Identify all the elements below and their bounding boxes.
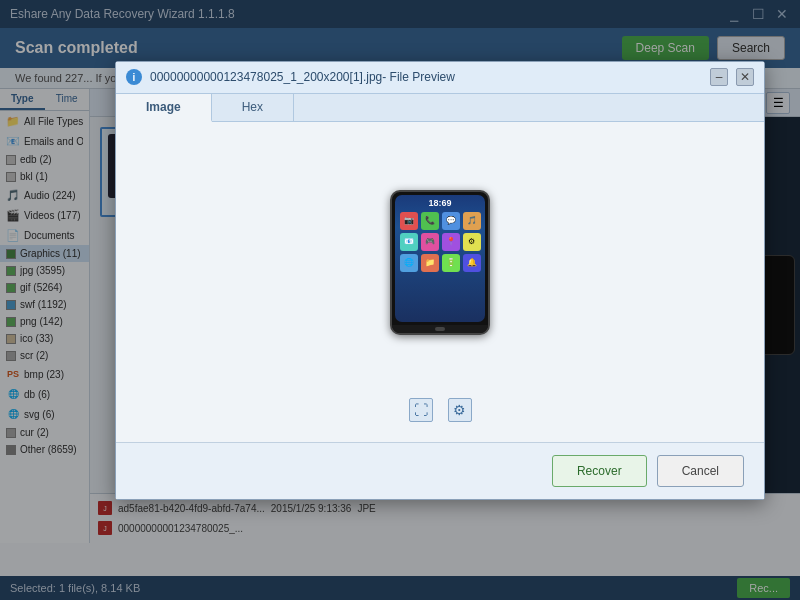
- preview-icons-grid: 📷 📞 💬 🎵 📧 🎮 📍 ⚙ 🌐 📁 🔋: [398, 212, 482, 272]
- app-window: Eshare Any Data Recovery Wizard 1.1.1.8 …: [0, 0, 800, 600]
- app-icon: ⚙: [463, 233, 481, 251]
- modal-tabs: Image Hex: [116, 94, 764, 122]
- modal-filename: 00000000000123478025_1_200x200[1].jpg- F…: [150, 70, 702, 84]
- modal-icon-bar: ⛶ ⚙: [409, 398, 472, 422]
- preview-container: 18:69 📷 📞 💬 🎵 📧 🎮 📍 ⚙ 🌐: [136, 142, 744, 383]
- app-icon: 📍: [442, 233, 460, 251]
- tab-hex[interactable]: Hex: [212, 94, 294, 121]
- app-icon: 🌐: [400, 254, 418, 272]
- preview-home-bar: [392, 325, 488, 333]
- modal-title-bar: i 00000000000123478025_1_200x200[1].jpg-…: [116, 62, 764, 94]
- app-icon: 📞: [421, 212, 439, 230]
- app-icon: 📧: [400, 233, 418, 251]
- modal-minimize-btn[interactable]: –: [710, 68, 728, 86]
- settings-icon[interactable]: ⚙: [448, 398, 472, 422]
- home-button: [435, 327, 445, 331]
- app-icon: 📁: [421, 254, 439, 272]
- zoom-fit-icon[interactable]: ⛶: [409, 398, 433, 422]
- modal-footer: Recover Cancel: [116, 442, 764, 499]
- app-icon: 🔔: [463, 254, 481, 272]
- file-preview-modal: i 00000000000123478025_1_200x200[1].jpg-…: [115, 61, 765, 500]
- app-icon: 📷: [400, 212, 418, 230]
- modal-overlay: i 00000000000123478025_1_200x200[1].jpg-…: [0, 0, 800, 600]
- recover-button[interactable]: Recover: [552, 455, 647, 487]
- preview-time: 18:69: [398, 198, 482, 208]
- cancel-button[interactable]: Cancel: [657, 455, 744, 487]
- app-icon: 💬: [442, 212, 460, 230]
- app-icon: 🎮: [421, 233, 439, 251]
- modal-body: 18:69 📷 📞 💬 🎵 📧 🎮 📍 ⚙ 🌐: [116, 122, 764, 442]
- modal-close-btn[interactable]: ✕: [736, 68, 754, 86]
- tab-image[interactable]: Image: [116, 94, 212, 122]
- app-icon: 🔋: [442, 254, 460, 272]
- modal-info-icon: i: [126, 69, 142, 85]
- app-icon: 🎵: [463, 212, 481, 230]
- preview-phone: 18:69 📷 📞 💬 🎵 📧 🎮 📍 ⚙ 🌐: [390, 190, 490, 335]
- preview-screen: 18:69 📷 📞 💬 🎵 📧 🎮 📍 ⚙ 🌐: [395, 195, 485, 322]
